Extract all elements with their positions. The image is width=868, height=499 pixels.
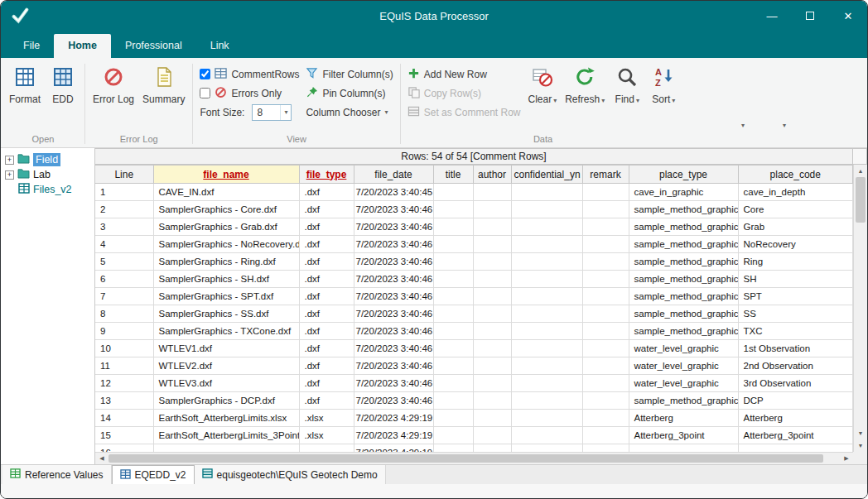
edd-button[interactable]: EDD [45, 64, 81, 108]
cell-place_type[interactable]: sample_method_graphic [629, 236, 738, 253]
maximize-button[interactable] [791, 1, 829, 31]
cell-place_type[interactable]: sample_method_graphic [629, 271, 738, 288]
cell-place_type[interactable]: sample_method_graphic [629, 392, 738, 410]
cell-place_code[interactable]: DCP [738, 392, 853, 410]
cell-Line[interactable]: 2 [95, 201, 153, 218]
cell-place_code[interactable]: NoRecovery [738, 236, 853, 253]
horizontal-scroll-track[interactable] [823, 453, 840, 464]
cell-title[interactable] [433, 427, 473, 444]
cell-place_type[interactable]: sample_method_graphic [629, 305, 738, 323]
cell-author[interactable] [473, 340, 511, 357]
cell-title[interactable] [433, 201, 473, 218]
cell-Line[interactable]: 8 [95, 305, 153, 323]
cell-place_code[interactable]: Grab [738, 218, 853, 236]
scroll-right-icon[interactable]: ▶ [840, 453, 853, 464]
cell-Line[interactable]: 13 [95, 392, 153, 410]
cell-file_date[interactable]: 7/20/2023 3:40:46 [354, 305, 433, 323]
cell-place_code[interactable]: 2nd Observation [738, 357, 853, 375]
cell-file_type[interactable]: .xlsx [299, 410, 354, 427]
cell-file_date[interactable]: 7/20/2023 3:40:46 [354, 253, 433, 271]
cell-file_name[interactable]: SamplerGraphics - SS.dxf [153, 305, 299, 323]
cell-author[interactable] [473, 357, 511, 375]
cell-file_name[interactable]: CAVE_IN.dxf [153, 184, 299, 201]
error-log-button[interactable]: Error Log [89, 64, 138, 108]
cell-confidential_yn[interactable] [511, 305, 582, 323]
cell-remark[interactable] [582, 410, 629, 427]
grid-row[interactable]: 7SamplerGraphics - SPT.dxf.dxf7/20/2023 … [95, 288, 853, 305]
errors-only-option[interactable]: Errors Only [200, 84, 299, 103]
cell-file_name[interactable]: SamplerGraphics - TXCone.dxf [153, 323, 299, 340]
cell-place_code[interactable]: 1st Observation [738, 340, 853, 357]
close-button[interactable]: ✕ [829, 1, 867, 31]
cell-place_code[interactable]: TXC [738, 323, 853, 340]
cell-file_date[interactable]: 7/20/2023 3:40:46 [354, 340, 433, 357]
cell-place_type[interactable]: sample_method_graphic [629, 253, 738, 271]
cell-title[interactable] [433, 410, 473, 427]
cell-Line[interactable]: 9 [95, 323, 153, 340]
vertical-scroll-thumb[interactable] [856, 177, 866, 223]
grid-row[interactable]: 5SamplerGraphics - Ring.dxf.dxf7/20/2023… [95, 253, 853, 271]
cell-place_type[interactable]: Atterberg [629, 410, 738, 427]
ribbon-dropdown-button[interactable]: ▾ [735, 118, 751, 132]
cell-remark[interactable] [582, 375, 629, 392]
cell-file_name[interactable]: WTLEV1.dxf [153, 340, 299, 357]
vertical-scrollbar[interactable]: ▲ ▼ ▼ [853, 165, 867, 452]
font-size-select[interactable]: 8 ▾ [252, 104, 292, 121]
cell-file_date[interactable]: 7/20/2023 3:40:46 [354, 236, 433, 253]
horizontal-scrollbar[interactable]: ◀ ▶ [95, 452, 853, 464]
tab-reference-values[interactable]: Reference Values [2, 465, 112, 484]
pin-columns-button[interactable]: Pin Column(s) [306, 84, 393, 103]
grid-row[interactable]: 12WTLEV3.dxf.dxf7/20/2023 3:40:46water_l… [95, 375, 853, 392]
cell-file_type[interactable]: .dxf [299, 184, 354, 201]
cell-Line[interactable]: 11 [95, 357, 153, 375]
cell-file_date[interactable]: 7/20/2023 3:40:46 [354, 375, 433, 392]
cell-file_name[interactable]: SamplerGraphics - NoRecovery.dxf [153, 236, 299, 253]
tab-link[interactable]: Link [196, 34, 244, 58]
cell-place_type[interactable]: water_level_graphic [629, 357, 738, 375]
cell-title[interactable] [433, 357, 473, 375]
cell-remark[interactable] [582, 271, 629, 288]
cell-Line[interactable]: 12 [95, 375, 153, 392]
grid-row[interactable]: 4SamplerGraphics - NoRecovery.dxf.dxf7/2… [95, 236, 853, 253]
cell-file_type[interactable] [299, 444, 354, 453]
cell-file_name[interactable]: SamplerGraphics - Ring.dxf [153, 253, 299, 271]
cell-Line[interactable]: 10 [95, 340, 153, 357]
grid-row[interactable]: 13SamplerGraphics - DCP.dxf.dxf7/20/2023… [95, 392, 853, 410]
cell-file_type[interactable]: .dxf [299, 375, 354, 392]
cell-remark[interactable] [582, 201, 629, 218]
cell-author[interactable] [473, 271, 511, 288]
cell-file_name[interactable]: WTLEV3.dxf [153, 375, 299, 392]
cell-confidential_yn[interactable] [511, 427, 582, 444]
cell-place_type[interactable]: sample_method_graphic [629, 218, 738, 236]
cell-title[interactable] [433, 305, 473, 323]
cell-author[interactable] [473, 392, 511, 410]
column-chooser-button[interactable]: Column Chooser ▾ [306, 103, 393, 122]
cell-remark[interactable] [582, 184, 629, 201]
cell-file_type[interactable]: .dxf [299, 340, 354, 357]
cell-remark[interactable] [582, 288, 629, 305]
grid-row[interactable]: 10WTLEV1.dxf.dxf7/20/2023 3:40:46water_l… [95, 340, 853, 357]
cell-title[interactable] [433, 253, 473, 271]
vertical-scroll-track[interactable] [854, 223, 867, 427]
cell-Line[interactable]: 4 [95, 236, 153, 253]
scroll-down-icon[interactable]: ▼ [854, 427, 867, 439]
find-button[interactable]: Find▾ [609, 64, 645, 108]
grid-row[interactable]: 8SamplerGraphics - SS.dxf.dxf7/20/2023 3… [95, 305, 853, 323]
refresh-button[interactable]: Refresh▾ [561, 64, 609, 108]
cell-confidential_yn[interactable] [511, 271, 582, 288]
cell-place_code[interactable]: SH [738, 271, 853, 288]
tab-home[interactable]: Home [54, 34, 111, 58]
cell-file_date[interactable]: 7/20/2023 3:40:46 [354, 392, 433, 410]
cell-file_name[interactable]: SamplerGraphics - SPT.dxf [153, 288, 299, 305]
comment-rows-option[interactable]: CommentRows [200, 65, 299, 84]
cell-title[interactable] [433, 392, 473, 410]
add-new-row-button[interactable]: Add New Row [407, 65, 521, 84]
cell-title[interactable] [433, 288, 473, 305]
tab-professional[interactable]: Professional [111, 34, 196, 58]
cell-confidential_yn[interactable] [511, 357, 582, 375]
tree-item-files-v2[interactable]: Files_v2 [1, 182, 94, 197]
cell-file_type[interactable]: .dxf [299, 218, 354, 236]
grid-row[interactable]: 15EarthSoft_AtterbergLimits_3Point.xl.xl… [95, 427, 853, 444]
cell-Line[interactable]: 1 [95, 184, 153, 201]
column-header-file-name[interactable]: file_name [153, 166, 299, 184]
